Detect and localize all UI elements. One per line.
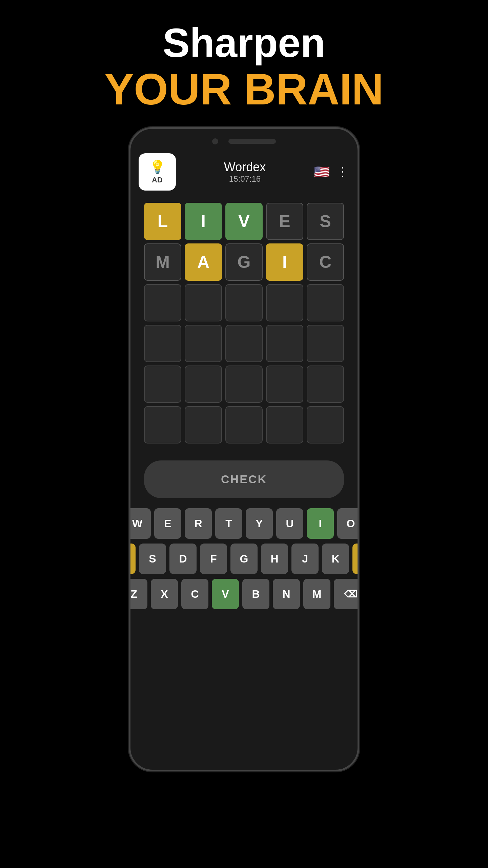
bulb-icon: 💡: [149, 159, 165, 174]
key-Y[interactable]: Y: [246, 508, 273, 539]
key-N[interactable]: N: [273, 579, 300, 609]
grid-cell-0-1: I: [185, 203, 222, 240]
key-B[interactable]: B: [242, 579, 269, 609]
grid-cell-2-4: [307, 284, 344, 321]
app-bar: 💡 AD Wordex 15:07:16 🇺🇸 ⋮: [130, 148, 358, 196]
key-E[interactable]: E: [154, 508, 181, 539]
key-F[interactable]: F: [200, 544, 227, 574]
keyboard-row1: QWERTYUIOP: [137, 508, 351, 539]
grid-cell-3-1: [185, 325, 222, 362]
key-I[interactable]: I: [307, 508, 334, 539]
key-O[interactable]: O: [337, 508, 359, 539]
grid-cell-1-4: C: [307, 243, 344, 281]
key-D[interactable]: D: [169, 544, 197, 574]
phone-top-bar: [130, 129, 358, 148]
page-header: Sharpen YOUR BRAIN: [104, 0, 383, 127]
key-L[interactable]: L: [352, 544, 359, 574]
grid-cell-3-2: [225, 325, 263, 362]
app-bar-right: 🇺🇸 ⋮: [314, 164, 349, 179]
grid-cell-0-0: L: [144, 203, 181, 240]
grid-cell-0-3: E: [266, 203, 303, 240]
phone-camera: [212, 138, 218, 144]
app-timer: 15:07:16: [176, 174, 314, 184]
key-U[interactable]: U: [276, 508, 303, 539]
grid-cell-1-2: G: [225, 243, 263, 281]
grid-cell-5-0: [144, 406, 181, 443]
key-M[interactable]: M: [303, 579, 330, 609]
key-V[interactable]: V: [212, 579, 239, 609]
grid-cell-5-4: [307, 406, 344, 443]
app-title: Wordex: [176, 160, 314, 174]
key-T[interactable]: T: [215, 508, 242, 539]
check-button[interactable]: CHECK: [144, 460, 344, 498]
grid-cell-5-2: [225, 406, 263, 443]
grid-cell-2-0: [144, 284, 181, 321]
grid-cell-4-1: [185, 366, 222, 403]
ad-button[interactable]: 💡 AD: [139, 153, 176, 191]
menu-dots-button[interactable]: ⋮: [337, 165, 349, 179]
key-S[interactable]: S: [139, 544, 166, 574]
grid-cell-1-1: A: [185, 243, 222, 281]
grid-cell-2-2: [225, 284, 263, 321]
keyboard: QWERTYUIOPASDFGHJKLZXCVBNM⌫: [130, 505, 358, 613]
grid-cell-1-0: M: [144, 243, 181, 281]
key-K[interactable]: K: [322, 544, 349, 574]
grid-cell-2-1: [185, 284, 222, 321]
key-W[interactable]: W: [129, 508, 151, 539]
key-R[interactable]: R: [185, 508, 212, 539]
grid-cell-1-3: I: [266, 243, 303, 281]
key-G[interactable]: G: [230, 544, 258, 574]
grid-cell-3-0: [144, 325, 181, 362]
key-⌫[interactable]: ⌫: [334, 579, 359, 609]
grid-cell-0-4: S: [307, 203, 344, 240]
key-A[interactable]: A: [129, 544, 136, 574]
grid-cell-4-4: [307, 366, 344, 403]
key-C[interactable]: C: [181, 579, 208, 609]
ad-label: AD: [152, 176, 163, 184]
key-Z[interactable]: Z: [129, 579, 147, 609]
key-H[interactable]: H: [261, 544, 288, 574]
key-J[interactable]: J: [291, 544, 319, 574]
keyboard-row3: ZXCVBNM⌫: [137, 579, 351, 609]
grid-cell-4-2: [225, 366, 263, 403]
grid-cell-3-3: [266, 325, 303, 362]
phone-speaker: [228, 139, 276, 144]
grid-cell-3-4: [307, 325, 344, 362]
app-title-block: Wordex 15:07:16: [176, 160, 314, 184]
phone-frame: 💡 AD Wordex 15:07:16 🇺🇸 ⋮ LIVESMAGIC CHE…: [129, 127, 359, 771]
grid-cell-2-3: [266, 284, 303, 321]
flag-icon: 🇺🇸: [314, 164, 330, 179]
grid-cell-5-3: [266, 406, 303, 443]
keyboard-row2: ASDFGHJKL: [137, 544, 351, 574]
header-line1: Sharpen: [104, 20, 383, 65]
key-X[interactable]: X: [151, 579, 178, 609]
grid-cell-4-0: [144, 366, 181, 403]
grid-cell-4-3: [266, 366, 303, 403]
header-line2: YOUR BRAIN: [104, 65, 383, 114]
grid-cell-5-1: [185, 406, 222, 443]
grid-cell-0-2: V: [225, 203, 263, 240]
game-grid: LIVESMAGIC: [130, 196, 358, 450]
